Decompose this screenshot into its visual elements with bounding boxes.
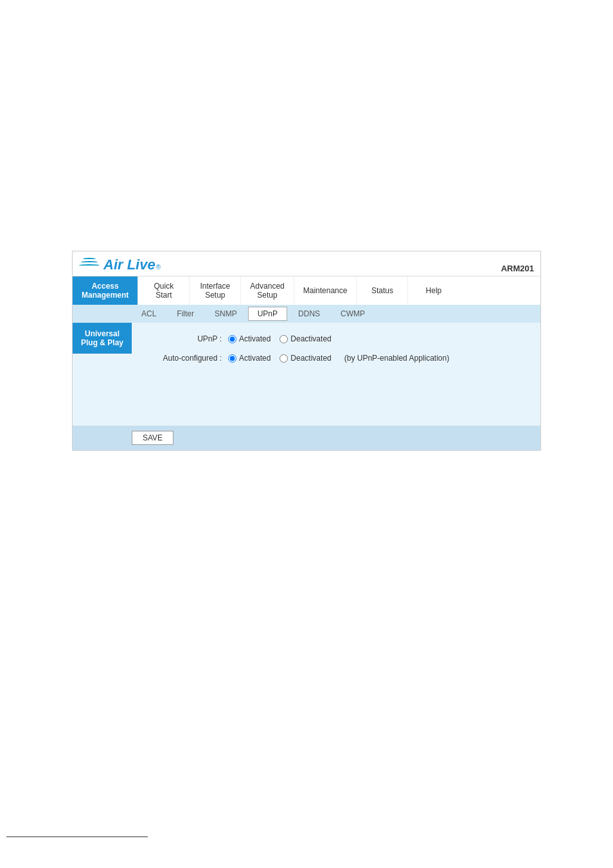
header-bar: Air Live ® ARM201 (73, 251, 540, 276)
save-button[interactable]: SAVE (132, 431, 173, 445)
auto-activated-label: Activated (239, 354, 271, 363)
sub-nav: ACL Filter SNMP UPnP DDNS CWMP (73, 305, 540, 323)
upnp-activated-option[interactable]: Activated (228, 334, 271, 343)
logo-reg: ® (156, 264, 161, 271)
sidebar-item-universal-plug-play[interactable]: Universal Plug & Play (73, 323, 132, 354)
subnav-acl[interactable]: ACL (132, 307, 166, 321)
upnp-deactivated-label: Deactivated (290, 334, 331, 343)
auto-deactivated-radio[interactable] (280, 354, 288, 363)
auto-configured-row: Auto-configured : Activated Deactivated … (145, 348, 528, 368)
auto-deactivated-option[interactable]: Deactivated (280, 354, 331, 363)
upnp-activated-radio[interactable] (228, 335, 236, 343)
wave-line-3 (79, 264, 100, 267)
divider-line (6, 836, 148, 837)
wave-line-2 (81, 261, 98, 264)
subnav-cwmp[interactable]: CWMP (331, 307, 375, 321)
nav-item-advanced-setup[interactable]: Advanced Setup (240, 276, 293, 305)
subnav-ddns[interactable]: DDNS (289, 307, 330, 321)
main-content: UPnP : Activated Deactivated A (132, 323, 540, 426)
nav-item-access-management[interactable]: Access Management (73, 276, 138, 305)
nav-item-maintenance[interactable]: Maintenance (294, 276, 357, 305)
logo-text: Air Live (103, 257, 155, 273)
upnp-deactivated-option[interactable]: Deactivated (280, 334, 331, 343)
upnp-activated-label: Activated (239, 334, 271, 343)
save-row: SAVE (73, 426, 540, 450)
logo-area: Air Live ® (79, 257, 161, 273)
auto-radio-group: Activated Deactivated (by UPnP-enabled A… (228, 354, 449, 363)
nav-item-quick-start[interactable]: Quick Start (138, 276, 189, 305)
upnp-deactivated-radio[interactable] (280, 335, 288, 343)
wave-line-1 (83, 258, 96, 260)
subnav-filter[interactable]: Filter (167, 307, 204, 321)
auto-activated-option[interactable]: Activated (228, 354, 271, 363)
nav-item-interface-setup[interactable]: Interface Setup (189, 276, 240, 305)
auto-deactivated-label: Deactivated (290, 354, 331, 363)
subnav-upnp[interactable]: UPnP (248, 307, 287, 321)
model-name: ARM201 (501, 264, 534, 273)
auto-activated-radio[interactable] (228, 354, 236, 363)
nav-item-help[interactable]: Help (407, 276, 459, 305)
subnav-snmp[interactable]: SNMP (205, 307, 247, 321)
content-area: Universal Plug & Play UPnP : Activated D… (73, 323, 540, 426)
logo-icon (79, 258, 100, 267)
auto-label: Auto-configured : (145, 354, 222, 363)
upnp-label: UPnP : (145, 334, 222, 343)
airlive-logo: Air Live ® (79, 257, 161, 273)
upnp-radio-group: Activated Deactivated (228, 334, 332, 343)
auto-extra-label: (by UPnP-enabled Application) (344, 354, 449, 363)
nav-item-status[interactable]: Status (356, 276, 407, 305)
sidebar: Universal Plug & Play (73, 323, 132, 426)
main-nav: Access Management Quick Start Interface … (73, 276, 540, 305)
upnp-row: UPnP : Activated Deactivated (145, 329, 528, 348)
